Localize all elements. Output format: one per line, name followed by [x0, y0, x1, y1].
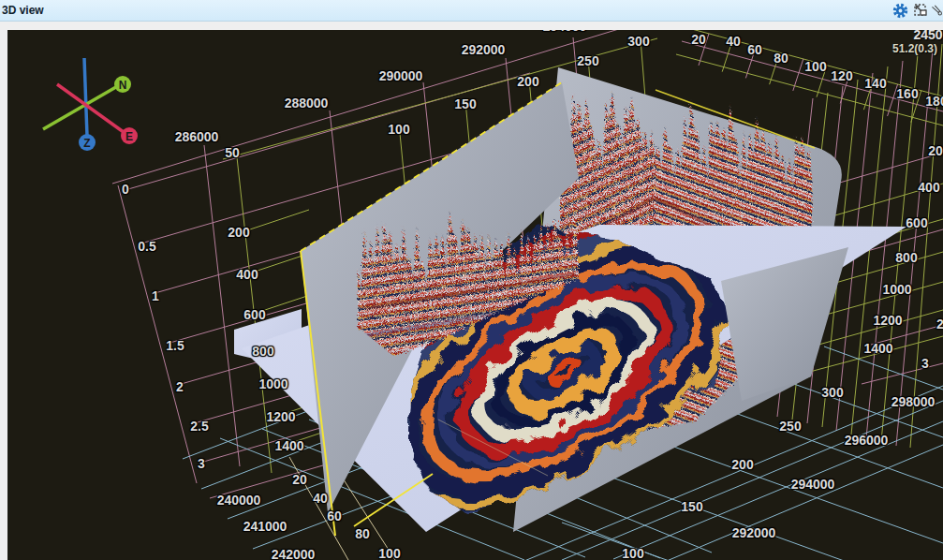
window-title-bar: 3D view [0, 0, 943, 22]
app-window: { "window": { "title": "3D view" }, "too… [0, 0, 943, 560]
settings-gear-icon[interactable] [890, 1, 910, 20]
svg-text:N: N [119, 79, 127, 92]
window-title: 3D view [0, 4, 44, 17]
orientation-axes: N E Z [43, 58, 138, 151]
orientation-axes-widget[interactable]: N E Z [26, 42, 148, 164]
svg-text:E: E [125, 130, 133, 143]
clipped-tool-icon[interactable] [931, 1, 943, 20]
svg-text:Z: Z [83, 137, 90, 150]
detach-window-icon[interactable] [910, 1, 931, 20]
3d-viewport[interactable]: N E Z 2450 51.2(0.3) 2860002880002900002… [7, 30, 943, 560]
